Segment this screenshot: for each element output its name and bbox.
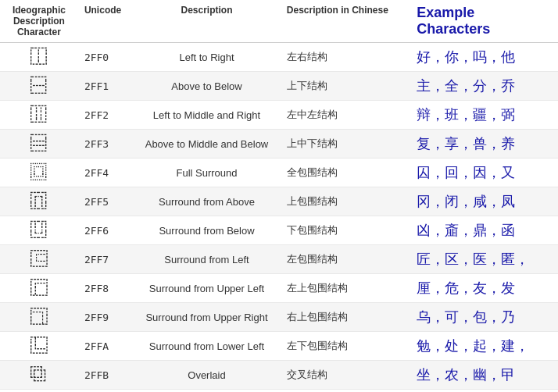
unicode-value: 2FF8 <box>78 274 133 303</box>
unicode-value: 2FF0 <box>78 43 133 72</box>
header-example: Example Characters <box>410 0 558 43</box>
description: Above to Below <box>133 72 281 101</box>
table-row: ⿸2FF8Surround from Upper Left左上包围结构厘，危，友… <box>0 274 558 303</box>
table-row: ⿲2FF2Left to Middle and Right左中左结构辩，班，疆，… <box>0 101 558 130</box>
table-row: ⿳2FF3Above to Middle and Below上中下结构复，享，兽… <box>0 130 558 159</box>
example-characters: 好，你，吗，他 <box>410 43 558 72</box>
unicode-value: 2FF4 <box>78 159 133 187</box>
header-desc: Description <box>133 0 281 43</box>
example-characters: 冈，闭，咸，凤 <box>410 187 558 216</box>
chinese-description: 左中左结构 <box>281 101 410 130</box>
idc-character: ⿳ <box>0 130 78 159</box>
unicode-value: 2FF9 <box>78 303 133 332</box>
table-row: ⿵2FF5Surround from Above上包围结构冈，闭，咸，凤 <box>0 187 558 216</box>
chinese-description: 上下结构 <box>281 72 410 101</box>
unicode-value: 2FF1 <box>78 72 133 101</box>
chinese-description: 下包围结构 <box>281 216 410 245</box>
idc-character: ⿹ <box>0 303 78 332</box>
chinese-description: 右上包围结构 <box>281 303 410 332</box>
table-row: ⿷2FF7Surround from Left左包围结构匠，区，医，匿， <box>0 245 558 274</box>
chinese-description: 左右结构 <box>281 43 410 72</box>
unicode-value: 2FF6 <box>78 216 133 245</box>
idc-character: ⿷ <box>0 245 78 274</box>
unicode-value: 2FF2 <box>78 101 133 130</box>
unicode-value: 2FFB <box>78 361 133 390</box>
table-row: ⿱2FF1Above to Below上下结构主，全，分，乔 <box>0 72 558 101</box>
idc-character: ⿴ <box>0 159 78 187</box>
idc-character: ⿱ <box>0 72 78 101</box>
chinese-description: 交叉结构 <box>281 361 410 390</box>
example-characters: 匠，区，医，匿， <box>410 245 558 274</box>
table-row: ⿴2FF4Full Surround全包围结构囚，回，因，又 <box>0 159 558 187</box>
example-characters: 凶，齑，鼎，函 <box>410 216 558 245</box>
idc-character: ⿺ <box>0 332 78 361</box>
header-unicode: Unicode <box>78 0 133 43</box>
example-characters: 乌，可，包，乃 <box>410 303 558 332</box>
example-characters: 坐，农，幽，曱 <box>410 361 558 390</box>
description: Surround from Left <box>133 245 281 274</box>
description: Left to Right <box>133 43 281 72</box>
table-row: ⿰2FF0Left to Right左右结构好，你，吗，他 <box>0 43 558 72</box>
unicode-value: 2FF7 <box>78 245 133 274</box>
chinese-description: 左包围结构 <box>281 245 410 274</box>
description: Overlaid <box>133 361 281 390</box>
table-row: ⿶2FF6Surround from Below下包围结构凶，齑，鼎，函 <box>0 216 558 245</box>
example-characters: 辩，班，疆，弼 <box>410 101 558 130</box>
idc-character: ⿶ <box>0 216 78 245</box>
description: Surround from Upper Left <box>133 274 281 303</box>
header-char: Ideographic Description Character <box>0 0 78 43</box>
unicode-value: 2FFA <box>78 332 133 361</box>
example-characters: 主，全，分，乔 <box>410 72 558 101</box>
idc-character: ⿵ <box>0 187 78 216</box>
description: Surround from Above <box>133 187 281 216</box>
example-characters: 复，享，兽，养 <box>410 130 558 159</box>
unicode-value: 2FF3 <box>78 130 133 159</box>
description: Surround from Upper Right <box>133 303 281 332</box>
description: Surround from Lower Left <box>133 332 281 361</box>
idc-character: ⿰ <box>0 43 78 72</box>
example-characters: 厘，危，友，发 <box>410 274 558 303</box>
table-row: ⿺2FFASurround from Lower Left左下包围结构勉，处，起… <box>0 332 558 361</box>
chinese-description: 上包围结构 <box>281 187 410 216</box>
header-chinese: Description in Chinese <box>281 0 410 43</box>
description: Full Surround <box>133 159 281 187</box>
idc-table: Ideographic Description Character Unicod… <box>0 0 558 390</box>
chinese-description: 左下包围结构 <box>281 332 410 361</box>
table-row: ⿹2FF9Surround from Upper Right右上包围结构乌，可，… <box>0 303 558 332</box>
example-characters: 勉，处，起，建， <box>410 332 558 361</box>
unicode-value: 2FF5 <box>78 187 133 216</box>
idc-character: ⿸ <box>0 274 78 303</box>
idc-character: ⿻ <box>0 361 78 390</box>
example-characters: 囚，回，因，又 <box>410 159 558 187</box>
idc-character: ⿲ <box>0 101 78 130</box>
chinese-description: 左上包围结构 <box>281 274 410 303</box>
description: Above to Middle and Below <box>133 130 281 159</box>
description: Left to Middle and Right <box>133 101 281 130</box>
table-row: ⿻2FFBOverlaid交叉结构坐，农，幽，曱 <box>0 361 558 390</box>
chinese-description: 上中下结构 <box>281 130 410 159</box>
chinese-description: 全包围结构 <box>281 159 410 187</box>
description: Surround from Below <box>133 216 281 245</box>
